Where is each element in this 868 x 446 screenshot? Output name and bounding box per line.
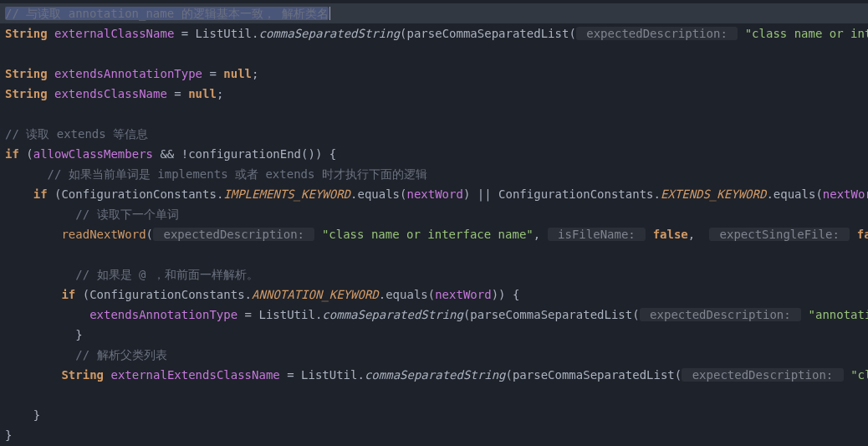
indent-guide — [5, 187, 33, 201]
indent-guide — [5, 348, 19, 361]
class-ref: ConfigurationConstants — [498, 187, 653, 201]
dot: . — [357, 368, 364, 382]
type-keyword: String — [5, 87, 48, 100]
indent-guide — [5, 268, 19, 281]
call: .equals( — [379, 288, 435, 301]
param-hint: expectedDescription: — [682, 368, 843, 382]
class-ref: ListUtil — [301, 368, 357, 382]
code-line[interactable]: String extendsClassName = null; — [0, 84, 868, 104]
comma: , — [534, 228, 548, 241]
indent-guide — [5, 288, 61, 301]
code-line[interactable]: String externalExtendsClassName = ListUt… — [0, 365, 868, 385]
variable: extendsAnnotationType — [89, 308, 237, 321]
code-line[interactable]: } — [0, 405, 868, 425]
method: configurationEnd — [188, 147, 301, 161]
paren: ( — [146, 228, 153, 241]
method: commaSeparatedString — [365, 368, 506, 382]
variable: allowClassMembers — [33, 147, 153, 161]
code-line[interactable]: // 如果是 @ ，和前面一样解析。 — [0, 264, 868, 285]
variable: externalClassName — [54, 27, 174, 40]
type-keyword: String — [5, 67, 48, 80]
code-line[interactable]: } — [0, 325, 868, 345]
string: "class name or interface na — [745, 27, 868, 40]
code-line[interactable]: String extendsAnnotationType = null; — [0, 64, 868, 84]
constant: EXTENDS_KEYWORD — [661, 187, 766, 201]
keyword-if: if — [5, 147, 19, 161]
code-line[interactable]: // 读取下一个单词 — [0, 204, 868, 224]
param-hint: expectedDescription: — [640, 308, 801, 321]
method: parseCommaSeparatedList — [470, 308, 632, 321]
indent-guide — [5, 167, 19, 181]
paren: ( — [19, 147, 33, 161]
paren: ( — [675, 368, 682, 382]
semi: ; — [252, 67, 258, 80]
semi: ; — [217, 87, 223, 100]
param-hint: expectSingleFile: — [709, 228, 850, 241]
method: commaSeparatedString — [258, 27, 400, 40]
code-line[interactable]: if (ConfigurationConstants.IMPLEMENTS_KE… — [0, 184, 868, 204]
blank-line[interactable] — [0, 44, 868, 64]
bool: false — [857, 228, 868, 241]
method: parseCommaSeparatedList — [513, 368, 675, 382]
variable: nextWord — [406, 187, 462, 201]
op: = — [174, 27, 195, 40]
class-ref: ListUtil — [258, 308, 314, 321]
text-cursor — [329, 7, 330, 20]
method: parseCommaSeparatedList — [407, 27, 569, 40]
paren: )) { — [492, 288, 520, 301]
code-line[interactable]: String externalClassName = ListUtil.comm… — [0, 23, 868, 44]
null-literal: null — [188, 87, 217, 100]
code-line[interactable]: if (allowClassMembers && !configurationE… — [0, 144, 868, 164]
paren: ( — [506, 368, 513, 382]
comment-selection: // 与读取 annotation_name 的逻辑基本一致， 解析类名 — [5, 7, 329, 20]
variable: extendsClassName — [54, 87, 167, 100]
brace: } — [5, 408, 40, 422]
paren: ( — [48, 187, 62, 201]
code-line[interactable]: // 与读取 annotation_name 的逻辑基本一致， 解析类名 — [0, 3, 868, 23]
paren: ( — [632, 308, 639, 321]
dot: . — [245, 288, 252, 301]
comment: // 解析父类列表 — [19, 348, 167, 361]
op: = — [167, 87, 188, 100]
blank-line[interactable] — [0, 104, 868, 124]
brace: } — [5, 428, 12, 442]
string: "annotation type" — [809, 308, 868, 321]
class-ref: ConfigurationConstants — [61, 187, 216, 201]
indent-guide — [5, 208, 19, 221]
param-hint: expectedDescription: — [153, 228, 314, 241]
code-line[interactable]: if (ConfigurationConstants.ANNOTATION_KE… — [0, 285, 868, 305]
op: = — [280, 368, 301, 382]
paren: ()) { — [301, 147, 336, 161]
op: = — [202, 67, 223, 80]
variable: extendsAnnotationType — [54, 67, 202, 80]
constant: IMPLEMENTS_KEYWORD — [223, 187, 350, 201]
code-line[interactable]: // 如果当前单词是 implements 或者 extends 时才执行下面的… — [0, 164, 868, 184]
string: "class name or interface name" — [322, 228, 534, 241]
code-line[interactable]: } — [0, 425, 868, 445]
code-line[interactable]: // 读取 extends 等信息 — [0, 124, 868, 144]
code-line[interactable]: readNextWord( expectedDescription: "clas… — [0, 224, 868, 244]
brace: } — [19, 328, 83, 341]
blank-line[interactable] — [0, 244, 868, 264]
paren: ( — [75, 288, 89, 301]
param-hint: expectedDescription: — [576, 27, 738, 40]
blank-line[interactable] — [0, 385, 868, 405]
indent-guide — [5, 368, 61, 382]
type-keyword: String — [5, 27, 48, 40]
type-keyword: String — [61, 368, 104, 382]
comma: , — [688, 228, 702, 241]
indent-guide — [5, 228, 61, 241]
dot: . — [654, 187, 661, 201]
param-hint: isFileName: — [548, 228, 646, 241]
paren: ( — [569, 27, 575, 40]
code-line[interactable]: // 解析父类列表 — [0, 345, 868, 365]
bool: false — [653, 228, 688, 241]
variable: nextWord — [435, 288, 491, 301]
code-line[interactable]: extendsAnnotationType = ListUtil.commaSe… — [0, 305, 868, 325]
op: && ! — [153, 147, 188, 161]
class-ref: ConfigurationConstants — [89, 288, 244, 301]
keyword-if: if — [61, 288, 75, 301]
call: .equals( — [350, 187, 406, 201]
comment: // 如果是 @ ，和前面一样解析。 — [19, 268, 258, 281]
indent-guide — [5, 328, 19, 341]
